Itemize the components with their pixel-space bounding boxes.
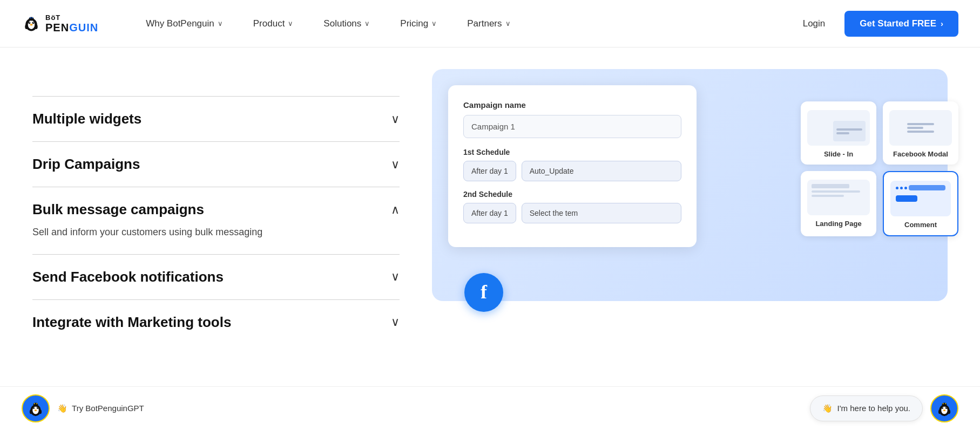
lp-top	[812, 184, 849, 188]
schedule-1-fields: After day 1 Auto_Update	[463, 161, 681, 181]
chevron-down-icon: ∨	[391, 158, 400, 172]
facebook-f-icon: f	[481, 282, 487, 302]
line-icon	[907, 127, 923, 129]
svg-point-10	[30, 17, 31, 18]
arrow-icon: ›	[941, 19, 943, 28]
campaign-name-label: Campaign name	[463, 100, 681, 110]
accordion-header-marketing-tools[interactable]: Integrate with Marketing tools ∨	[32, 314, 400, 331]
chevron-down-icon: ∨	[391, 315, 400, 329]
svg-point-4	[29, 22, 30, 22]
chevron-down-icon: ∨	[364, 19, 370, 28]
dot-icon	[896, 187, 898, 189]
svg-point-3	[32, 22, 35, 24]
cmt-topbar	[896, 185, 945, 190]
accordion-header-facebook-notifications[interactable]: Send Facebook notifications ∨	[32, 269, 400, 285]
schedule-1-after-day: After day 1	[463, 161, 516, 181]
accordion-header-drip-campaigns[interactable]: Drip Campaigns ∨	[32, 156, 400, 173]
widget-card-label-comment: Comment	[904, 221, 937, 229]
chevron-down-icon: ∨	[505, 19, 511, 28]
accordion-title-bulk-message: Bulk message campaigns	[32, 201, 204, 218]
nav-links: Why BotPenguin ∨ Product ∨ Solutions ∨ P…	[131, 13, 794, 35]
lp-preview	[807, 180, 870, 215]
accordion-section: Multiple widgets ∨ Drip Campaigns ∨ Bulk…	[32, 69, 400, 345]
comment-preview	[890, 181, 951, 216]
chevron-down-icon: ∨	[391, 112, 400, 126]
svg-point-11	[32, 17, 33, 18]
nav-item-product[interactable]: Product ∨	[238, 13, 309, 35]
svg-point-5	[33, 22, 34, 22]
chevron-down-icon: ∨	[391, 270, 400, 284]
svg-point-2	[28, 22, 30, 24]
accordion-body-bulk-message: Sell and inform your customers using bul…	[32, 224, 400, 240]
visual-panel: Campaign name 1st Schedule After day 1 A…	[432, 69, 948, 312]
logo-top: BöT	[45, 14, 98, 22]
nav-right: Login Get Started FREE ›	[794, 11, 958, 37]
accordion-item-facebook-notifications: Send Facebook notifications ∨	[32, 254, 400, 299]
schedule-1-label: 1st Schedule	[463, 148, 681, 156]
schedule-1-select[interactable]: Auto_Update	[522, 161, 681, 181]
schedule-2-label: 2nd Schedule	[463, 190, 681, 199]
main-content: Multiple widgets ∨ Drip Campaigns ∨ Bulk…	[0, 47, 980, 377]
nav-item-solutions[interactable]: Solutions ∨	[308, 13, 385, 35]
schedule-2-select[interactable]: Select the tem	[522, 203, 681, 223]
accordion-title-drip-campaigns: Drip Campaigns	[32, 156, 140, 173]
line-icon	[836, 128, 862, 131]
accordion-item-marketing-tools: Integrate with Marketing tools ∨	[32, 299, 400, 345]
svg-point-7	[25, 24, 28, 29]
widget-card-label-fb-modal: Facebook Modal	[893, 150, 948, 158]
facebook-icon-overlay: f	[464, 273, 503, 312]
campaign-card: Campaign name 1st Schedule After day 1 A…	[448, 85, 697, 247]
navbar: BöT PENGUIN Why BotPenguin ∨ Product ∨ S…	[0, 0, 980, 47]
dot-icon	[900, 187, 903, 189]
slide-in-preview	[807, 110, 870, 146]
logo-pen: PEN	[45, 22, 69, 33]
accordion-item-multiple-widgets: Multiple widgets ∨	[32, 96, 400, 141]
get-started-button[interactable]: Get Started FREE ›	[844, 11, 958, 37]
chevron-down-icon: ∨	[218, 19, 223, 28]
accordion-item-drip-campaigns: Drip Campaigns ∨	[32, 141, 400, 187]
line-icon	[907, 123, 934, 125]
nav-item-partners[interactable]: Partners ∨	[452, 13, 525, 35]
schedule-2-row: 2nd Schedule After day 1 Select the tem	[463, 190, 681, 223]
dot-icon	[904, 187, 907, 189]
widget-card-slide-in[interactable]: Slide - In	[801, 101, 876, 165]
svg-point-9	[29, 17, 34, 21]
campaign-name-input[interactable]	[463, 115, 681, 138]
accordion-header-bulk-message[interactable]: Bulk message campaigns ∧	[32, 201, 400, 218]
schedule-2-fields: After day 1 Select the tem	[463, 203, 681, 223]
line-icon	[909, 185, 945, 190]
widget-card-fb-modal[interactable]: Facebook Modal	[883, 101, 958, 165]
chevron-down-icon: ∨	[431, 19, 437, 28]
schedule-1-row: 1st Schedule After day 1 Auto_Update	[463, 148, 681, 181]
logo-bottom: PENGUIN	[45, 22, 98, 33]
chevron-down-icon: ∨	[288, 19, 293, 28]
slide-in-inner	[833, 121, 866, 141]
widget-card-label-slide-in: Slide - In	[824, 150, 853, 158]
svg-point-8	[35, 24, 37, 29]
accordion-title-marketing-tools: Integrate with Marketing tools	[32, 314, 231, 331]
lp-mid	[812, 190, 860, 193]
accordion-header-multiple-widgets[interactable]: Multiple widgets ∨	[32, 111, 400, 127]
accordion-item-bulk-message: Bulk message campaigns ∧ Sell and inform…	[32, 187, 400, 254]
fb-modal-lines	[907, 123, 934, 133]
svg-point-6	[30, 24, 32, 26]
accordion-title-facebook-notifications: Send Facebook notifications	[32, 269, 224, 285]
lp-bot	[812, 195, 844, 197]
line-icon	[836, 132, 849, 134]
schedule-2-after-day: After day 1	[463, 203, 516, 223]
line-icon	[907, 131, 934, 133]
chevron-up-icon: ∧	[391, 203, 400, 217]
widget-card-landing-page[interactable]: Landing Page	[801, 171, 876, 236]
blue-bg-card: Campaign name 1st Schedule After day 1 A…	[432, 69, 948, 301]
fb-modal-preview	[889, 110, 952, 146]
logo[interactable]: BöT PENGUIN	[22, 14, 98, 33]
logo-guin: GUIN	[69, 22, 98, 33]
widget-cards-overlay: Slide - In Facebook Modal	[801, 101, 958, 236]
accordion-title-multiple-widgets: Multiple widgets	[32, 111, 141, 127]
login-button[interactable]: Login	[794, 14, 834, 33]
widget-card-label-landing-page: Landing Page	[815, 220, 861, 228]
nav-item-pricing[interactable]: Pricing ∨	[385, 13, 452, 35]
widget-card-comment[interactable]: Comment	[883, 171, 958, 236]
nav-item-why[interactable]: Why BotPenguin ∨	[131, 13, 238, 35]
logo-penguin-icon	[22, 14, 41, 33]
